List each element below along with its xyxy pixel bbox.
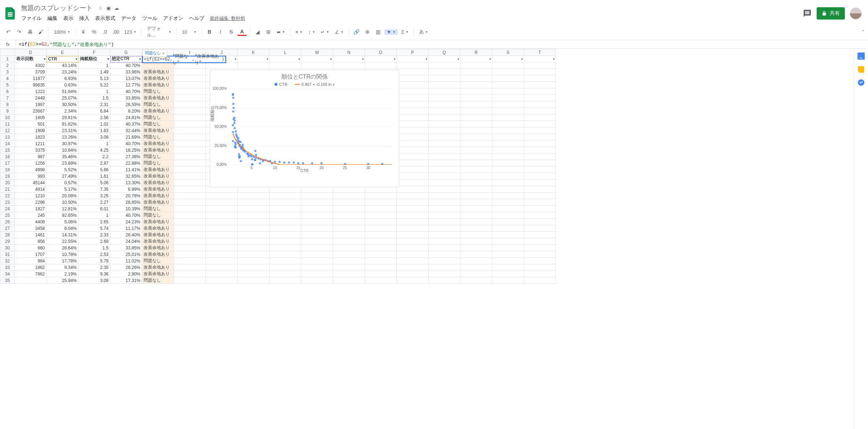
cell[interactable] bbox=[174, 121, 206, 127]
cell[interactable] bbox=[397, 245, 429, 251]
cell[interactable] bbox=[333, 212, 365, 219]
doc-title[interactable]: 無題のスプレッドシート bbox=[19, 3, 95, 13]
cell[interactable]: 3709 bbox=[15, 69, 47, 75]
cell[interactable]: ▾ bbox=[238, 56, 269, 62]
cell[interactable] bbox=[333, 238, 365, 245]
cell[interactable] bbox=[524, 251, 556, 258]
cell[interactable]: 改善余地あり bbox=[142, 173, 174, 180]
cell[interactable] bbox=[492, 134, 524, 140]
cell[interactable]: ▾ bbox=[333, 56, 365, 62]
cell[interactable]: 245 bbox=[15, 212, 47, 219]
cell[interactable] bbox=[174, 206, 206, 212]
cell[interactable]: 30.50% bbox=[47, 101, 78, 108]
cell[interactable] bbox=[397, 219, 429, 225]
cell[interactable] bbox=[460, 140, 492, 147]
cell[interactable]: 33.96% bbox=[110, 69, 142, 75]
cell[interactable]: 24.04% bbox=[110, 238, 142, 245]
row-header-31[interactable]: 31 bbox=[0, 251, 15, 258]
cell[interactable]: 1707 bbox=[15, 251, 47, 258]
cell[interactable] bbox=[460, 180, 492, 186]
cell[interactable]: 4.25 bbox=[78, 147, 110, 153]
cell[interactable] bbox=[301, 238, 333, 245]
cell[interactable] bbox=[524, 88, 556, 95]
cell[interactable] bbox=[429, 277, 460, 284]
cell[interactable] bbox=[524, 199, 556, 206]
cell[interactable] bbox=[206, 225, 238, 232]
cell[interactable]: 0.63% bbox=[47, 82, 78, 88]
print-icon[interactable]: 🖶 bbox=[25, 27, 35, 37]
cell[interactable]: 2.56 bbox=[78, 114, 110, 121]
row-header-35[interactable]: 35 bbox=[0, 277, 15, 284]
cell[interactable]: 13.07% bbox=[110, 75, 142, 82]
cell[interactable] bbox=[524, 160, 556, 167]
cell[interactable]: 10.50% bbox=[47, 199, 78, 206]
menu-挿入[interactable]: 挿入 bbox=[77, 14, 92, 23]
row-header-32[interactable]: 32 bbox=[0, 258, 15, 264]
avatar[interactable] bbox=[850, 8, 861, 19]
cell[interactable] bbox=[492, 69, 524, 75]
cell[interactable]: 1.61 bbox=[78, 173, 110, 180]
cell[interactable] bbox=[524, 108, 556, 114]
cell[interactable] bbox=[524, 95, 556, 101]
cell[interactable]: 11.02% bbox=[110, 258, 142, 264]
cell[interactable]: 3.25 bbox=[78, 193, 110, 199]
cell[interactable]: 改善余地あり bbox=[142, 167, 174, 173]
col-header-N[interactable]: N bbox=[333, 49, 365, 56]
percent-icon[interactable]: % bbox=[89, 27, 99, 37]
cell[interactable] bbox=[238, 199, 269, 206]
cell[interactable]: 4914 bbox=[15, 186, 47, 193]
cell[interactable]: ▾ bbox=[524, 56, 556, 62]
cell[interactable] bbox=[429, 153, 460, 160]
cell[interactable]: 改善余地あり bbox=[142, 199, 174, 206]
menu-ヘルプ[interactable]: ヘルプ bbox=[187, 14, 207, 23]
paint-format-icon[interactable]: 🖌 bbox=[36, 27, 46, 37]
cell[interactable]: 2.65 bbox=[78, 219, 110, 225]
cell[interactable] bbox=[492, 212, 524, 219]
cell[interactable]: 99635 bbox=[15, 82, 47, 88]
cell[interactable] bbox=[397, 95, 429, 101]
cell[interactable] bbox=[174, 199, 206, 206]
share-button[interactable]: 共有 bbox=[817, 7, 845, 20]
cell[interactable]: 1.5 bbox=[78, 245, 110, 251]
cell[interactable] bbox=[492, 264, 524, 271]
cell[interactable] bbox=[524, 101, 556, 108]
cell[interactable]: 2.53 bbox=[78, 251, 110, 258]
cell[interactable] bbox=[429, 232, 460, 238]
cell[interactable] bbox=[301, 258, 333, 264]
cell[interactable] bbox=[429, 264, 460, 271]
spreadsheet-grid[interactable]: DEFGHIJKLMNOPQRST1表示回数▾CTR▾掲載順位▾想定CTR▾▾▾… bbox=[0, 49, 854, 429]
cell[interactable]: 2.34% bbox=[47, 108, 78, 114]
cell[interactable]: 1823 bbox=[15, 134, 47, 140]
cell[interactable]: 5.79 bbox=[78, 258, 110, 264]
cell[interactable] bbox=[429, 173, 460, 180]
header-cell[interactable]: 掲載順位▾ bbox=[78, 56, 110, 62]
cell[interactable] bbox=[301, 62, 333, 69]
cell[interactable] bbox=[429, 251, 460, 258]
cell[interactable] bbox=[492, 193, 524, 199]
cell[interactable] bbox=[174, 134, 206, 140]
header-cell[interactable]: 表示回数▾ bbox=[15, 56, 47, 62]
cell[interactable] bbox=[429, 160, 460, 167]
cell[interactable] bbox=[365, 232, 397, 238]
cell[interactable]: 5.17% bbox=[47, 186, 78, 193]
cell[interactable] bbox=[301, 232, 333, 238]
cell[interactable]: 4998 bbox=[15, 167, 47, 173]
cell[interactable] bbox=[365, 277, 397, 284]
cell[interactable]: 1256 bbox=[15, 160, 47, 167]
cell[interactable]: 51.64% bbox=[47, 88, 78, 95]
active-cell-editor[interactable]: =if(E2>=G2,"問題なし","改善余地あり") bbox=[142, 56, 226, 63]
cell[interactable] bbox=[365, 206, 397, 212]
cell[interactable] bbox=[269, 219, 301, 225]
cell[interactable]: 1862 bbox=[15, 264, 47, 271]
star-icon[interactable]: ☆ bbox=[98, 5, 103, 11]
col-header-R[interactable]: R bbox=[460, 49, 492, 56]
cell[interactable] bbox=[460, 225, 492, 232]
cell[interactable] bbox=[301, 277, 333, 284]
cell[interactable] bbox=[397, 180, 429, 186]
cell[interactable]: 40.37% bbox=[110, 121, 142, 127]
text-color-icon[interactable]: A bbox=[237, 28, 247, 36]
cell[interactable]: 改善余地あり bbox=[142, 232, 174, 238]
decrease-decimal-icon[interactable]: .0 bbox=[100, 27, 110, 37]
cell[interactable]: 1 bbox=[78, 62, 110, 69]
cell[interactable] bbox=[333, 193, 365, 199]
